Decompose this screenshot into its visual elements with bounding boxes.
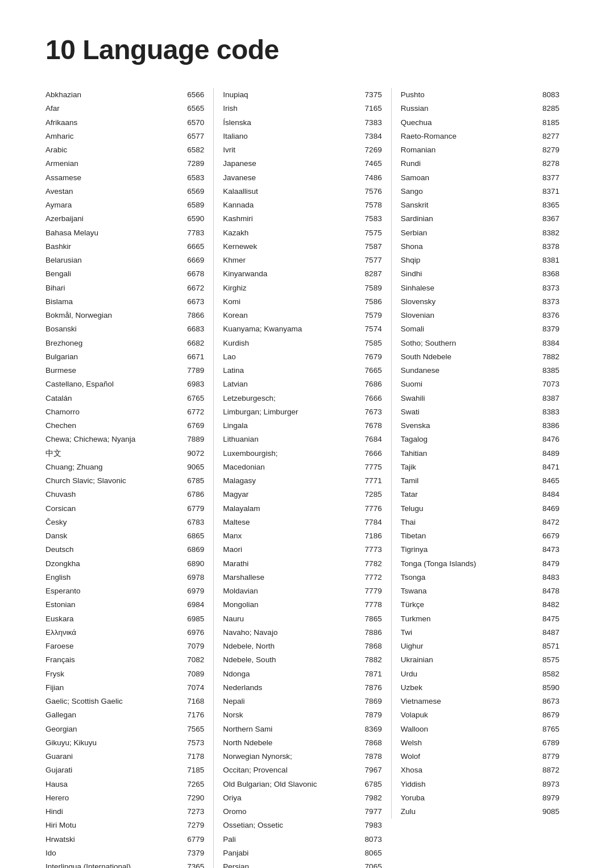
language-code: 7679 xyxy=(360,351,382,363)
language-code: 8482 xyxy=(538,599,559,610)
language-name: Occitan; Provencal xyxy=(223,765,358,776)
list-item: Bengali6678 xyxy=(45,267,204,281)
language-name: Macedonian xyxy=(223,462,358,473)
language-name: Japanese xyxy=(223,158,358,169)
language-name: Chechen xyxy=(45,420,180,431)
language-name: Kinyarwanda xyxy=(223,268,358,280)
language-code: 7576 xyxy=(360,186,382,197)
language-name: Dzongkha xyxy=(45,558,180,570)
language-code: 7678 xyxy=(360,420,382,431)
list-item: Kuanyama; Kwanyama7574 xyxy=(223,322,381,336)
list-item: Uighur8571 xyxy=(401,639,559,653)
list-item: Khmer7577 xyxy=(223,254,381,267)
language-name: Latina xyxy=(223,365,358,376)
language-name: Pali xyxy=(223,834,358,845)
column-2: Inupiaq7375Irish7165Íslenska7383Italiano… xyxy=(213,88,391,868)
list-item: Afar6565 xyxy=(45,102,204,115)
language-code: 7574 xyxy=(360,323,382,335)
language-code: 8368 xyxy=(538,268,559,280)
language-table: Abkhazian6566Afar6565Afrikaans6570Amhari… xyxy=(45,88,569,868)
language-code: 7666 xyxy=(360,448,382,459)
list-item: Tagalog8476 xyxy=(401,433,559,446)
language-code: 7889 xyxy=(182,434,204,445)
list-item: Moldavian7779 xyxy=(223,584,381,598)
language-code: 6865 xyxy=(182,530,204,542)
language-name: Aymara xyxy=(45,200,180,211)
list-item: Macedonian7775 xyxy=(223,460,381,474)
list-item: Esperanto6979 xyxy=(45,584,204,598)
list-item: Letzeburgesch;7666 xyxy=(223,392,381,405)
list-item: Frysk7089 xyxy=(45,667,204,681)
language-code: 9072 xyxy=(182,448,204,459)
list-item: Urdu8582 xyxy=(401,667,559,681)
language-code: 6565 xyxy=(182,103,204,114)
language-name: Tajik xyxy=(401,462,536,473)
language-code: 7868 xyxy=(360,737,382,749)
language-code: 8476 xyxy=(538,434,559,445)
language-name: Sanskrit xyxy=(401,200,536,211)
list-item: Corsican6779 xyxy=(45,502,204,516)
language-code: 6785 xyxy=(182,475,204,487)
list-item: Fijian7074 xyxy=(45,681,204,695)
language-code: 7772 xyxy=(360,572,382,583)
language-name: Arabic xyxy=(45,144,180,156)
list-item: Bosanski6683 xyxy=(45,322,204,336)
language-name: North Ndebele xyxy=(223,737,358,749)
language-code: 8385 xyxy=(538,365,559,376)
list-item: Assamese6583 xyxy=(45,171,204,185)
list-item: Twi8487 xyxy=(401,626,559,639)
language-name: Italiano xyxy=(223,131,358,142)
language-code: 7082 xyxy=(182,654,204,666)
language-name: Sardinian xyxy=(401,213,536,225)
language-name: Slovensky xyxy=(401,296,536,308)
language-code: 7289 xyxy=(182,158,204,169)
list-item: Gaelic; Scottish Gaelic7168 xyxy=(45,695,204,708)
language-name: Tahitian xyxy=(401,448,536,459)
list-item: Luxembourgish;7666 xyxy=(223,447,381,460)
language-name: Chamorro xyxy=(45,406,180,418)
language-code: 7269 xyxy=(360,144,382,156)
list-item: Tigrinya8473 xyxy=(401,543,559,556)
language-name: Twi xyxy=(401,627,536,638)
language-code: 6679 xyxy=(538,530,559,542)
language-name: Marathi xyxy=(223,558,358,570)
list-item: Catalán6765 xyxy=(45,392,204,405)
language-code: 6678 xyxy=(182,268,204,280)
language-code: 6589 xyxy=(182,200,204,211)
list-item: Vietnamese8673 xyxy=(401,695,559,708)
language-name: Suomi xyxy=(401,379,536,390)
language-code: 7982 xyxy=(360,792,382,804)
language-code: 7365 xyxy=(182,861,204,868)
language-name: Somali xyxy=(401,323,536,335)
language-name: Ndebele, North xyxy=(223,641,358,652)
language-name: Gaelic; Scottish Gaelic xyxy=(45,696,180,707)
language-code: 7775 xyxy=(360,462,382,473)
language-code: 6669 xyxy=(182,255,204,266)
list-item: Magyar7285 xyxy=(223,488,381,501)
list-item: Hindi7273 xyxy=(45,805,204,819)
language-code: 7165 xyxy=(360,103,382,114)
list-item: Kannada7578 xyxy=(223,198,381,212)
language-code: 6590 xyxy=(182,213,204,225)
language-name: Ndebele, South xyxy=(223,654,358,666)
language-code: 8369 xyxy=(360,724,382,735)
language-name: Malayalam xyxy=(223,503,358,514)
language-name: Sotho; Southern xyxy=(401,338,536,349)
language-code: 6985 xyxy=(182,613,204,625)
list-item: Dansk6865 xyxy=(45,529,204,543)
list-item: Swahili8387 xyxy=(401,392,559,405)
language-name: Faroese xyxy=(45,641,180,652)
list-item: Estonian6984 xyxy=(45,598,204,612)
language-name: Samoan xyxy=(401,172,536,184)
language-name: Tibetan xyxy=(401,530,536,542)
language-code: 7684 xyxy=(360,434,382,445)
language-code: 7176 xyxy=(182,709,204,721)
list-item: Abkhazian6566 xyxy=(45,88,204,102)
list-item: Oriya7982 xyxy=(223,791,381,805)
language-code: 6984 xyxy=(182,599,204,610)
language-name: Gujarati xyxy=(45,765,180,776)
list-item: Shqip8381 xyxy=(401,254,559,267)
language-name: Uighur xyxy=(401,641,536,652)
language-name: Slovenian xyxy=(401,310,536,321)
language-name: Kannada xyxy=(223,200,358,211)
